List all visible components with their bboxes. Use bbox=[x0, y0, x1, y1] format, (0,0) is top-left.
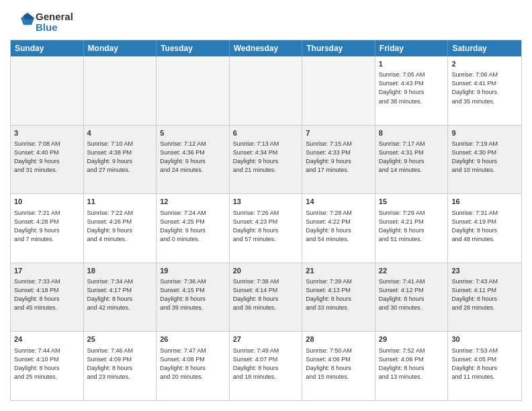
cell-info: Sunrise: 7:05 AM Sunset: 4:43 PM Dayligh… bbox=[379, 71, 445, 105]
cell-info: Sunrise: 7:36 AM Sunset: 4:15 PM Dayligh… bbox=[160, 277, 226, 312]
day-number: 29 bbox=[379, 334, 445, 345]
cell-info: Sunrise: 7:52 AM Sunset: 4:06 PM Dayligh… bbox=[379, 347, 445, 381]
cal-cell: 4Sunrise: 7:10 AM Sunset: 4:38 PM Daylig… bbox=[84, 126, 157, 194]
cell-info: Sunrise: 7:26 AM Sunset: 4:23 PM Dayligh… bbox=[233, 209, 299, 244]
cell-info: Sunrise: 7:15 AM Sunset: 4:33 PM Dayligh… bbox=[306, 140, 371, 175]
cal-cell: 1Sunrise: 7:05 AM Sunset: 4:43 PM Daylig… bbox=[375, 56, 449, 125]
cell-info: Sunrise: 7:41 AM Sunset: 4:12 PM Dayligh… bbox=[379, 277, 445, 312]
cal-week-row: 17Sunrise: 7:33 AM Sunset: 4:18 PM Dayli… bbox=[11, 263, 521, 332]
cell-info: Sunrise: 7:47 AM Sunset: 4:08 PM Dayligh… bbox=[160, 347, 226, 381]
cal-cell: 3Sunrise: 7:08 AM Sunset: 4:40 PM Daylig… bbox=[11, 126, 84, 194]
cal-cell: 17Sunrise: 7:33 AM Sunset: 4:18 PM Dayli… bbox=[11, 263, 84, 332]
cal-cell: 16Sunrise: 7:31 AM Sunset: 4:19 PM Dayli… bbox=[448, 194, 521, 263]
day-number: 28 bbox=[306, 334, 371, 345]
cal-cell: 18Sunrise: 7:34 AM Sunset: 4:17 PM Dayli… bbox=[84, 263, 157, 332]
cell-info: Sunrise: 7:38 AM Sunset: 4:14 PM Dayligh… bbox=[233, 277, 299, 312]
day-number: 3 bbox=[14, 128, 80, 138]
day-number: 5 bbox=[160, 128, 226, 138]
cell-info: Sunrise: 7:46 AM Sunset: 4:09 PM Dayligh… bbox=[87, 347, 153, 381]
day-number: 1 bbox=[379, 59, 445, 69]
logo-line1: General bbox=[36, 11, 73, 23]
day-number: 13 bbox=[233, 197, 299, 207]
day-number: 23 bbox=[451, 266, 518, 276]
day-number: 20 bbox=[233, 266, 299, 276]
cell-info: Sunrise: 7:24 AM Sunset: 4:25 PM Dayligh… bbox=[160, 209, 226, 244]
day-number: 24 bbox=[14, 334, 80, 345]
cal-cell: 23Sunrise: 7:43 AM Sunset: 4:11 PM Dayli… bbox=[448, 263, 521, 332]
day-number: 27 bbox=[233, 334, 299, 345]
cal-header-day: Saturday bbox=[448, 40, 521, 56]
cal-cell bbox=[302, 56, 375, 125]
day-number: 2 bbox=[451, 59, 518, 69]
cal-cell: 27Sunrise: 7:49 AM Sunset: 4:07 PM Dayli… bbox=[230, 332, 303, 400]
cal-cell bbox=[11, 56, 84, 125]
cal-cell: 15Sunrise: 7:29 AM Sunset: 4:21 PM Dayli… bbox=[375, 194, 449, 263]
day-number: 12 bbox=[160, 197, 226, 207]
cal-cell: 30Sunrise: 7:53 AM Sunset: 4:05 PM Dayli… bbox=[448, 332, 521, 400]
cal-cell: 29Sunrise: 7:52 AM Sunset: 4:06 PM Dayli… bbox=[375, 332, 449, 400]
calendar-header: SundayMondayTuesdayWednesdayThursdayFrid… bbox=[11, 40, 521, 56]
cell-info: Sunrise: 7:49 AM Sunset: 4:07 PM Dayligh… bbox=[233, 347, 299, 381]
cal-cell: 6Sunrise: 7:13 AM Sunset: 4:34 PM Daylig… bbox=[230, 126, 303, 194]
header: General Blue bbox=[10, 10, 522, 34]
cell-info: Sunrise: 7:06 AM Sunset: 4:41 PM Dayligh… bbox=[451, 71, 518, 105]
cell-info: Sunrise: 7:50 AM Sunset: 4:06 PM Dayligh… bbox=[306, 347, 371, 381]
cal-header-day: Thursday bbox=[302, 40, 375, 56]
cell-info: Sunrise: 7:43 AM Sunset: 4:11 PM Dayligh… bbox=[451, 277, 518, 312]
cell-info: Sunrise: 7:31 AM Sunset: 4:19 PM Dayligh… bbox=[451, 209, 518, 244]
cal-week-row: 24Sunrise: 7:44 AM Sunset: 4:10 PM Dayli… bbox=[11, 332, 521, 400]
day-number: 18 bbox=[87, 266, 153, 276]
cal-week-row: 3Sunrise: 7:08 AM Sunset: 4:40 PM Daylig… bbox=[11, 126, 521, 195]
cell-info: Sunrise: 7:44 AM Sunset: 4:10 PM Dayligh… bbox=[14, 347, 80, 381]
cal-week-row: 1Sunrise: 7:05 AM Sunset: 4:43 PM Daylig… bbox=[11, 56, 521, 126]
logo: General Blue bbox=[10, 10, 73, 34]
day-number: 26 bbox=[160, 334, 226, 345]
cal-cell: 20Sunrise: 7:38 AM Sunset: 4:14 PM Dayli… bbox=[230, 263, 303, 332]
cell-info: Sunrise: 7:33 AM Sunset: 4:18 PM Dayligh… bbox=[14, 277, 80, 312]
cal-header-day: Wednesday bbox=[230, 40, 303, 56]
cal-header-day: Friday bbox=[375, 40, 449, 56]
day-number: 10 bbox=[14, 197, 80, 207]
cal-cell: 14Sunrise: 7:28 AM Sunset: 4:22 PM Dayli… bbox=[302, 194, 375, 263]
day-number: 9 bbox=[451, 128, 518, 138]
day-number: 19 bbox=[160, 266, 226, 276]
cal-cell: 11Sunrise: 7:22 AM Sunset: 4:26 PM Dayli… bbox=[84, 194, 157, 263]
cal-cell: 26Sunrise: 7:47 AM Sunset: 4:08 PM Dayli… bbox=[157, 332, 230, 400]
cell-info: Sunrise: 7:22 AM Sunset: 4:26 PM Dayligh… bbox=[87, 209, 153, 244]
cal-header-day: Sunday bbox=[11, 40, 84, 56]
cal-cell: 19Sunrise: 7:36 AM Sunset: 4:15 PM Dayli… bbox=[157, 263, 230, 332]
cal-header-day: Tuesday bbox=[157, 40, 230, 56]
cal-cell: 8Sunrise: 7:17 AM Sunset: 4:31 PM Daylig… bbox=[375, 126, 449, 194]
cell-info: Sunrise: 7:28 AM Sunset: 4:22 PM Dayligh… bbox=[306, 209, 371, 244]
page: General Blue SundayMondayTuesdayWednesda… bbox=[0, 0, 532, 411]
cal-cell: 21Sunrise: 7:39 AM Sunset: 4:13 PM Dayli… bbox=[302, 263, 375, 332]
day-number: 6 bbox=[233, 128, 299, 138]
logo-svg bbox=[10, 10, 34, 34]
cell-info: Sunrise: 7:21 AM Sunset: 4:28 PM Dayligh… bbox=[14, 209, 80, 244]
cell-info: Sunrise: 7:17 AM Sunset: 4:31 PM Dayligh… bbox=[379, 140, 445, 175]
cal-cell: 24Sunrise: 7:44 AM Sunset: 4:10 PM Dayli… bbox=[11, 332, 84, 400]
cell-info: Sunrise: 7:08 AM Sunset: 4:40 PM Dayligh… bbox=[14, 140, 80, 175]
day-number: 11 bbox=[87, 197, 153, 207]
cal-cell: 12Sunrise: 7:24 AM Sunset: 4:25 PM Dayli… bbox=[157, 194, 230, 263]
cell-info: Sunrise: 7:10 AM Sunset: 4:38 PM Dayligh… bbox=[87, 140, 153, 175]
cell-info: Sunrise: 7:19 AM Sunset: 4:30 PM Dayligh… bbox=[451, 140, 518, 175]
day-number: 25 bbox=[87, 334, 153, 345]
cell-info: Sunrise: 7:12 AM Sunset: 4:36 PM Dayligh… bbox=[160, 140, 226, 175]
cal-cell: 28Sunrise: 7:50 AM Sunset: 4:06 PM Dayli… bbox=[302, 332, 375, 400]
cal-cell: 9Sunrise: 7:19 AM Sunset: 4:30 PM Daylig… bbox=[448, 126, 521, 194]
cal-cell: 25Sunrise: 7:46 AM Sunset: 4:09 PM Dayli… bbox=[84, 332, 157, 400]
cell-info: Sunrise: 7:39 AM Sunset: 4:13 PM Dayligh… bbox=[306, 277, 371, 312]
calendar: SundayMondayTuesdayWednesdayThursdayFrid… bbox=[10, 40, 522, 401]
calendar-body: 1Sunrise: 7:05 AM Sunset: 4:43 PM Daylig… bbox=[11, 56, 521, 400]
day-number: 17 bbox=[14, 266, 80, 276]
cal-cell bbox=[84, 56, 157, 125]
day-number: 4 bbox=[87, 128, 153, 138]
cal-cell: 13Sunrise: 7:26 AM Sunset: 4:23 PM Dayli… bbox=[230, 194, 303, 263]
day-number: 7 bbox=[306, 128, 371, 138]
cal-cell: 2Sunrise: 7:06 AM Sunset: 4:41 PM Daylig… bbox=[448, 56, 521, 125]
logo-line2: Blue bbox=[36, 22, 73, 34]
cal-week-row: 10Sunrise: 7:21 AM Sunset: 4:28 PM Dayli… bbox=[11, 194, 521, 263]
cal-cell: 7Sunrise: 7:15 AM Sunset: 4:33 PM Daylig… bbox=[302, 126, 375, 194]
day-number: 16 bbox=[451, 197, 518, 207]
